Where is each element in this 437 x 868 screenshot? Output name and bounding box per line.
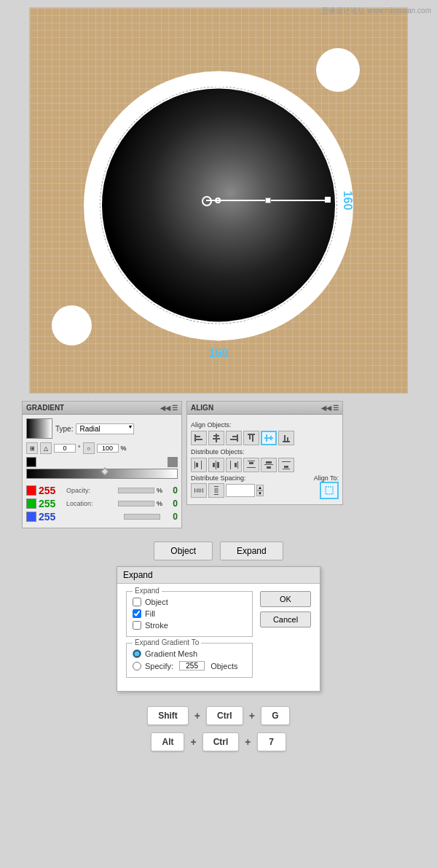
stroke-checkbox[interactable] <box>133 621 141 630</box>
stroke-checkbox-row: Stroke <box>133 621 246 630</box>
plus-3: + <box>190 736 196 748</box>
svg-rect-7 <box>232 436 237 437</box>
align-center-v-btn[interactable] <box>261 431 277 445</box>
fill-checkbox-label: Fill <box>145 609 155 618</box>
spacing-value-input[interactable] <box>226 484 255 497</box>
spacing-up[interactable]: ▲ <box>256 485 264 490</box>
dist-right-btn[interactable] <box>226 458 242 472</box>
svg-rect-1 <box>196 436 200 437</box>
svg-rect-0 <box>194 434 196 442</box>
distribute-spacing-controls: ▲ ▼ <box>191 482 339 499</box>
color-swatch-g <box>26 498 36 509</box>
key-shift: Shift <box>147 706 189 725</box>
gradient-type-select[interactable]: Radial Linear <box>76 423 134 434</box>
opacity-slider[interactable] <box>118 488 154 493</box>
expand-section-legend: Expand <box>133 587 162 595</box>
svg-rect-35 <box>282 461 291 462</box>
gradient-type-row: Type: Radial Linear <box>26 418 178 439</box>
panel-header-icons: ◀◀ ☰ <box>160 404 178 412</box>
color-value-r: 255 <box>39 485 64 496</box>
b-value: 0 <box>165 512 178 522</box>
gradient-stop-right[interactable] <box>168 457 178 467</box>
svg-rect-2 <box>196 439 202 440</box>
opacity-value: 0 <box>165 485 178 496</box>
color-value-g: 255 <box>39 498 64 509</box>
collapse-icon[interactable]: ◀◀ <box>160 404 170 412</box>
svg-rect-13 <box>266 434 267 442</box>
align-right-btn[interactable] <box>226 431 242 445</box>
svg-rect-32 <box>267 466 271 469</box>
distribute-spacing-label: Distribute Spacing: <box>191 474 246 482</box>
shortcut-row-1: Shift + Ctrl + G <box>15 706 422 725</box>
dist-left-btn[interactable] <box>191 458 207 472</box>
plus-4: + <box>245 736 251 748</box>
dialog-ok-button[interactable]: OK <box>260 591 311 607</box>
spacing-down[interactable]: ▼ <box>256 490 264 496</box>
opacity-label: Opacity: <box>66 487 116 494</box>
key-alt: Alt <box>151 732 184 751</box>
menu-icon[interactable]: ☰ <box>172 404 178 412</box>
align-to-selection-btn[interactable] <box>320 482 339 499</box>
location-slider[interactable] <box>118 501 154 507</box>
pct-symbol: % <box>121 445 127 452</box>
gradient-icon-btn-2[interactable]: △ <box>40 442 52 454</box>
specify-value-input[interactable] <box>179 661 205 670</box>
gradient-center-handle[interactable] <box>215 198 221 203</box>
expand-button[interactable]: Expand <box>220 541 283 560</box>
color-row-r: 255 Opacity: % 0 <box>26 485 178 496</box>
object-button[interactable]: Object <box>154 541 213 560</box>
dialog-title-bar: Expand <box>117 567 320 584</box>
svg-rect-23 <box>217 462 219 468</box>
action-row: Object Expand <box>0 536 437 566</box>
fill-checkbox[interactable] <box>133 609 141 618</box>
dist-bottom-btn[interactable] <box>278 458 294 472</box>
object-checkbox[interactable] <box>133 598 141 606</box>
gradient-panel-title: GRADIENT <box>26 404 64 412</box>
watermark: 思缘设计论坛 www.missvuan.com <box>321 6 431 16</box>
spacing-arrows: ▲ ▼ <box>256 485 264 496</box>
dist-center-h-btn[interactable] <box>208 458 224 472</box>
b-slider[interactable] <box>124 514 160 520</box>
gradient-icon-btn-3[interactable]: ○ <box>83 442 95 454</box>
gradient-icon-btn-1[interactable]: ⊞ <box>26 442 38 454</box>
label-height: 160 <box>342 191 355 211</box>
expand-dialog: Expand Expand Object Fill Stroke <box>117 566 320 692</box>
dialog-cancel-button[interactable]: Cancel <box>260 611 311 627</box>
svg-rect-36 <box>194 488 195 493</box>
dist-center-v-btn[interactable] <box>261 458 277 472</box>
dialog-left: Expand Object Fill Stroke Expand Gradien… <box>126 591 253 684</box>
dist-spacing-v-btn[interactable] <box>208 483 224 498</box>
svg-rect-17 <box>287 437 288 441</box>
dist-spacing-h-btn[interactable] <box>191 483 207 498</box>
align-center-h-btn[interactable] <box>208 431 224 445</box>
svg-rect-28 <box>249 462 253 464</box>
key-ctrl-2: Ctrl <box>202 732 240 751</box>
specify-radio[interactable] <box>133 662 141 670</box>
key-g: G <box>261 706 290 725</box>
align-menu-icon[interactable]: ☰ <box>333 404 339 412</box>
distribute-objects-row <box>191 458 339 472</box>
svg-rect-31 <box>266 461 272 464</box>
align-top-btn[interactable] <box>243 431 259 445</box>
type-select-wrap: Radial Linear <box>76 423 134 434</box>
svg-rect-14 <box>270 436 272 440</box>
gradient-angle-input[interactable] <box>54 444 76 453</box>
svg-rect-5 <box>213 438 220 439</box>
align-left-btn[interactable] <box>191 431 207 445</box>
panels-area: GRADIENT ◀◀ ☰ Type: Radial Linear ⊞ <box>0 394 437 536</box>
key-ctrl-1: Ctrl <box>206 706 243 725</box>
gradient-pct-input[interactable] <box>97 444 119 453</box>
gradient-mesh-radio[interactable] <box>133 649 141 658</box>
gradient-controls-row: ⊞ △ ° ○ % <box>26 442 178 454</box>
dialog-right: OK Cancel <box>260 591 311 684</box>
dist-top-btn[interactable] <box>243 458 259 472</box>
align-bottom-btn[interactable] <box>278 431 294 445</box>
plus-1: + <box>194 710 200 722</box>
gradient-end-handle[interactable] <box>265 198 271 203</box>
canvas-grid: 160 160 <box>29 7 408 394</box>
gradient-stop-icons <box>26 457 178 467</box>
svg-rect-41 <box>215 488 218 493</box>
align-collapse-icon[interactable]: ◀◀ <box>321 404 331 412</box>
gradient-stop-left[interactable] <box>26 457 36 467</box>
svg-rect-15 <box>283 441 290 442</box>
